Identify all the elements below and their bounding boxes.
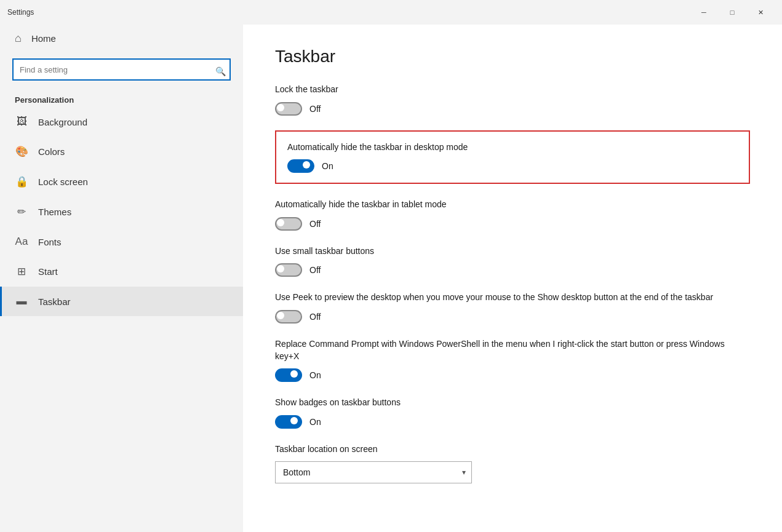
taskbar-location-group: Taskbar location on screen Bottom Top Le…	[275, 443, 750, 484]
setting-group-small-buttons: Use small taskbar buttonsOff	[275, 245, 750, 277]
sidebar-item-label-colors: Colors	[38, 146, 65, 157]
setting-label-badges: Show badges on taskbar buttons	[275, 397, 750, 409]
setting-label-powershell: Replace Command Prompt with Windows Powe…	[275, 338, 750, 362]
sidebar-item-start[interactable]: ⊞Start	[0, 256, 243, 287]
setting-group-badges: Show badges on taskbar buttonsOn	[275, 397, 750, 429]
setting-group-hide-tablet: Automatically hide the taskbar in tablet…	[275, 199, 750, 231]
toggle-state-peek: Off	[309, 312, 321, 322]
toggle-row-badges: On	[275, 415, 750, 429]
sidebar-item-label-lock-screen: Lock screen	[38, 177, 88, 187]
toggle-state-badges: On	[309, 417, 321, 427]
sidebar-item-label-taskbar: Taskbar	[38, 296, 71, 307]
close-button[interactable]: ✕	[746, 3, 775, 22]
title-bar: Settings ─ □ ✕	[0, 0, 782, 25]
setting-group-lock-taskbar: Lock the taskbarOff	[275, 84, 750, 116]
page-title: Taskbar	[275, 47, 750, 66]
maximize-button[interactable]: □	[718, 3, 746, 22]
toggle-state-hide-desktop: On	[322, 161, 333, 171]
sidebar-section-label: Personalization	[0, 90, 243, 107]
setting-label-lock-taskbar: Lock the taskbar	[275, 84, 750, 96]
sidebar-item-home[interactable]: ⌂ Home	[0, 25, 243, 52]
fonts-icon: Aa	[15, 236, 28, 248]
content-area: Taskbar Lock the taskbarOffAutomatically…	[243, 25, 782, 532]
sidebar-item-taskbar[interactable]: ▬Taskbar	[0, 287, 243, 316]
lock-screen-icon: 🔒	[15, 175, 28, 188]
sidebar: ⌂ Home 🔍 Personalization 🖼Background🎨Col…	[0, 25, 243, 532]
toggle-hide-tablet[interactable]	[275, 217, 302, 231]
app-body: ⌂ Home 🔍 Personalization 🖼Background🎨Col…	[0, 25, 782, 532]
setting-label-hide-tablet: Automatically hide the taskbar in tablet…	[275, 199, 750, 211]
taskbar-icon: ▬	[15, 295, 28, 308]
toggle-row-powershell: On	[275, 368, 750, 382]
setting-label-peek: Use Peek to preview the desktop when you…	[275, 292, 750, 304]
setting-label-hide-desktop: Automatically hide the taskbar in deskto…	[287, 141, 738, 154]
toggle-row-lock-taskbar: Off	[275, 102, 750, 116]
start-icon: ⊞	[15, 265, 28, 278]
toggle-state-lock-taskbar: Off	[309, 104, 321, 114]
toggle-state-hide-tablet: Off	[309, 219, 321, 229]
sidebar-item-fonts[interactable]: AaFonts	[0, 227, 243, 256]
app-title: Settings	[7, 8, 34, 17]
sidebar-item-label-start: Start	[38, 266, 58, 277]
toggle-row-hide-desktop: On	[287, 159, 738, 173]
setting-group-peek: Use Peek to preview the desktop when you…	[275, 292, 750, 324]
toggle-state-powershell: On	[309, 370, 321, 380]
toggle-powershell[interactable]	[275, 368, 302, 382]
toggle-state-small-buttons: Off	[309, 265, 321, 275]
toggle-row-small-buttons: Off	[275, 263, 750, 277]
setting-group-powershell: Replace Command Prompt with Windows Powe…	[275, 338, 750, 382]
settings-list: Lock the taskbarOffAutomatically hide th…	[275, 84, 750, 429]
sidebar-item-themes[interactable]: ✏Themes	[0, 197, 243, 227]
search-icon-button[interactable]: 🔍	[215, 66, 226, 76]
sidebar-item-label-themes: Themes	[38, 207, 71, 217]
sidebar-item-label-fonts: Fonts	[38, 237, 62, 247]
sidebar-item-label-background: Background	[38, 117, 87, 127]
search-input[interactable]	[12, 58, 231, 81]
sidebar-item-background[interactable]: 🖼Background	[0, 107, 243, 137]
window-controls: ─ □ ✕	[690, 3, 775, 22]
toggle-hide-desktop[interactable]	[287, 159, 314, 173]
toggle-badges[interactable]	[275, 415, 302, 429]
colors-icon: 🎨	[15, 145, 28, 158]
themes-icon: ✏	[15, 205, 28, 218]
toggle-lock-taskbar[interactable]	[275, 102, 302, 116]
toggle-peek[interactable]	[275, 310, 302, 324]
setting-highlighted-hide-desktop: Automatically hide the taskbar in deskto…	[275, 130, 750, 185]
taskbar-location-dropdown-container: Bottom Top Left Right ▾	[275, 461, 472, 483]
setting-label-small-buttons: Use small taskbar buttons	[275, 245, 750, 258]
taskbar-location-label: Taskbar location on screen	[275, 443, 750, 456]
background-icon: 🖼	[15, 116, 28, 128]
toggle-small-buttons[interactable]	[275, 263, 302, 277]
toggle-row-peek: Off	[275, 310, 750, 324]
taskbar-location-select[interactable]: Bottom Top Left Right	[275, 461, 472, 483]
sidebar-item-lock-screen[interactable]: 🔒Lock screen	[0, 167, 243, 197]
sidebar-item-colors[interactable]: 🎨Colors	[0, 137, 243, 167]
sidebar-home-label: Home	[31, 33, 56, 44]
home-icon: ⌂	[15, 32, 22, 45]
sidebar-nav: 🖼Background🎨Colors🔒Lock screen✏ThemesAaF…	[0, 107, 243, 316]
search-wrapper: 🔍	[0, 52, 243, 90]
minimize-button[interactable]: ─	[690, 3, 718, 22]
toggle-row-hide-tablet: Off	[275, 217, 750, 231]
